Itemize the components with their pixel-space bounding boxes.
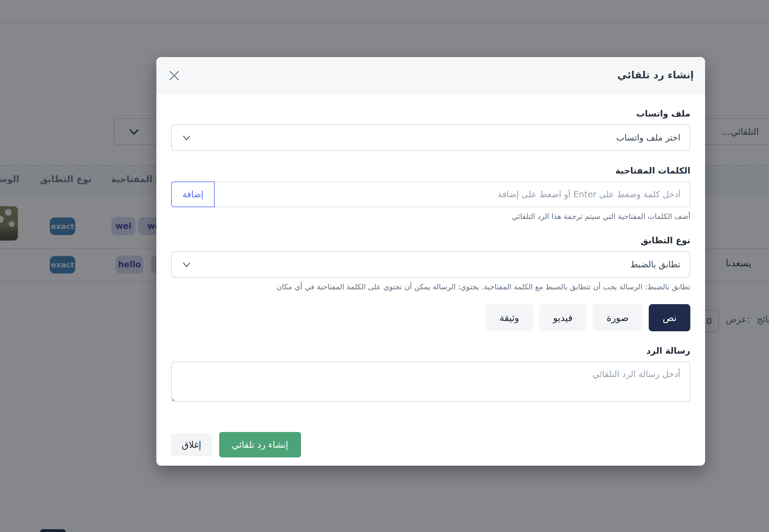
match-type-label: نوع التطابق [171,235,690,245]
tab-text[interactable]: نص [649,304,690,331]
tab-image[interactable]: صورة [593,304,642,331]
whatsapp-profile-label: ملف واتساب [171,109,690,119]
reply-message-field: رسالة الرد [171,346,690,403]
create-auto-reply-button[interactable]: إنشاء رد تلقائي [219,432,301,457]
match-type-select[interactable]: تطابق بالضبط [171,251,690,278]
modal-header: إنشاء رد تلقائي [156,57,705,93]
close-button[interactable] [167,68,182,83]
reply-message-textarea[interactable] [171,362,690,402]
match-type-field: نوع التطابق تطابق بالضبط تطابق بالضبط: ا… [171,235,690,291]
reply-type-tabs: نص صورة فيديو وثيقة [171,304,690,331]
whatsapp-profile-field: ملف واتساب اختر ملف واتساب [171,109,690,151]
keywords-helper-text: أضف الكلمات المفتاحية التي سيتم ترجمة هذ… [171,212,690,221]
create-auto-reply-modal: إنشاء رد تلقائي ملف واتساب اختر ملف واتس… [156,57,705,466]
match-type-helper-text: تطابق بالضبط: الرسالة يجب أن تتطابق بالض… [171,282,690,291]
whatsapp-profile-select[interactable]: اختر ملف واتساب [171,124,690,151]
chevron-down-icon [181,261,192,269]
keywords-label: الكلمات المفتاحية [171,166,690,176]
modal-title: إنشاء رد تلقائي [617,69,705,81]
keyword-input[interactable] [215,181,690,207]
add-keyword-button[interactable]: إضافة [171,181,215,207]
tab-video[interactable]: فيديو [539,304,587,331]
keywords-field: الكلمات المفتاحية إضافة أضف الكلمات المف… [171,166,690,221]
match-type-select-value: تطابق بالضبط [630,259,680,269]
tab-document[interactable]: وثيقة [486,304,533,331]
reply-message-label: رسالة الرد [171,346,690,356]
cancel-button[interactable]: إغلاق [171,433,212,456]
chevron-down-icon [181,134,192,142]
close-icon [168,70,180,81]
whatsapp-profile-select-value: اختر ملف واتساب [616,133,680,143]
